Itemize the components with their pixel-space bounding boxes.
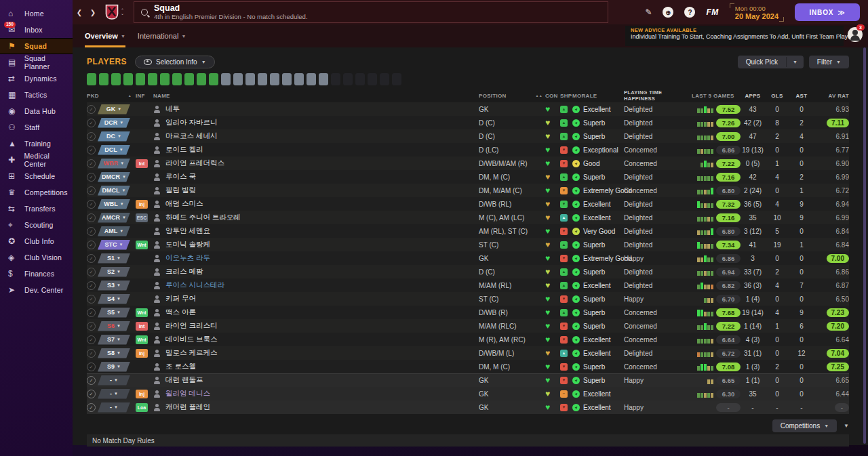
table-row[interactable]: ✓ S1▼ 이오누츠 라두 GK ♥ ►Extremely Good Happy…	[87, 251, 849, 265]
pkd-badge[interactable]: DC▼	[98, 131, 130, 142]
position-filter-gk[interactable]	[87, 73, 96, 85]
pkd-badge[interactable]: S9▼	[98, 362, 130, 372]
position-filter-s13[interactable]	[368, 73, 377, 85]
header-name[interactable]: NAME	[153, 93, 479, 99]
row-check-icon[interactable]: ✓	[87, 241, 96, 249]
table-row[interactable]: ✓ S5▼ Wnt 맥스 아론 D/WB (R) ♥ ►Superb Conce…	[87, 306, 849, 319]
table-row[interactable]: ✓ -▼ Loa 캐머런 플레인 GK ♥ ►Excellent Happy -…	[87, 400, 849, 414]
position-filter-s12[interactable]	[355, 73, 365, 85]
pkd-badge[interactable]: S4▼	[98, 294, 130, 304]
row-check-icon[interactable]: ✓	[87, 132, 96, 141]
position-filter-dmcr[interactable]	[148, 73, 157, 85]
header-pkd[interactable]: PKD▲	[87, 93, 136, 99]
position-filter-dcr[interactable]	[99, 73, 108, 85]
table-row[interactable]: ✓ DCL▼ 로이드 켈리 D (LC) ♥ ►Exceptional Conc…	[87, 143, 849, 157]
sidebar-item-finances[interactable]: $ Finances	[0, 266, 73, 282]
fm-logo[interactable]: FM	[706, 7, 718, 17]
player-name[interactable]: 밀로스 케르케스	[165, 348, 217, 358]
sidebar-item-inbox[interactable]: ✉150 Inbox	[0, 22, 73, 38]
game-date[interactable]: Mon 00:00 20 May 2024	[730, 3, 784, 22]
row-check-icon[interactable]: ✓	[87, 186, 96, 195]
pkd-badge[interactable]: S6▼	[98, 321, 130, 331]
pkd-badge[interactable]: DCR▼	[98, 118, 130, 128]
position-filter-s10[interactable]	[331, 73, 340, 85]
player-name[interactable]: 루이스 시니스테라	[165, 281, 224, 290]
quick-pick-button[interactable]: Quick Pick ▼	[738, 56, 804, 68]
header-condition[interactable]: CON	[545, 93, 560, 99]
sidebar-item-dev-center[interactable]: ➤ Dev. Center	[0, 282, 73, 298]
table-row[interactable]: ✓ DMCR▼ 루이스 쿡 DM, M (C) ♥ ►Superb Deligh…	[87, 170, 849, 184]
pkd-badge[interactable]: S3▼	[98, 281, 130, 291]
player-name[interactable]: 라이언 프레더릭스	[165, 159, 224, 168]
player-name[interactable]: 앙투안 세멘요	[165, 226, 210, 236]
row-check-icon[interactable]: ✓	[87, 119, 96, 127]
position-filter-s5[interactable]	[270, 73, 279, 85]
selection-info-button[interactable]: Selection Info ▼	[135, 56, 215, 68]
pkd-badge[interactable]: STC▼	[98, 240, 130, 250]
table-row[interactable]: ✓ -▼ Inj 윌리엄 데니스 GK ♥ ►Excellent 6.30 35…	[87, 387, 849, 400]
world-news-icon[interactable]: ⊕	[663, 7, 673, 18]
row-check-icon[interactable]: ✓	[87, 390, 96, 398]
player-name[interactable]: 맥스 아론	[165, 308, 196, 317]
position-filter-wbr[interactable]	[136, 73, 145, 85]
pkd-badge[interactable]: GK▼	[98, 104, 130, 115]
table-row[interactable]: ✓ WBR▼ Int 라이언 프레더릭스 D/WB/M/AM (R) ♥ ►Go…	[87, 157, 849, 170]
sidebar-item-schedule[interactable]: ⊞ Schedule	[0, 168, 73, 184]
nav-back-icon[interactable]: ❮	[73, 9, 86, 16]
position-filter-s14[interactable]	[380, 73, 389, 85]
position-filter-dmcl[interactable]	[160, 73, 170, 85]
position-filter-s6[interactable]	[282, 73, 292, 85]
tab-international[interactable]: International▼	[138, 24, 186, 47]
pkd-badge[interactable]: WBL▼	[98, 199, 130, 209]
table-row[interactable]: ✓ AMCR▼ ESC 하메드 주니어 트라오레 M (C), AM (LC) …	[87, 211, 849, 224]
player-name[interactable]: 루이스 쿡	[165, 172, 196, 182]
sidebar-item-squad[interactable]: ⚑ Squad	[0, 38, 73, 54]
pkd-badge[interactable]: -▼	[98, 389, 130, 399]
sidebar-item-squad-planner[interactable]: ▤ Squad Planner	[0, 54, 73, 70]
row-check-icon[interactable]: ✓	[87, 254, 96, 263]
row-check-icon[interactable]: ✓	[87, 105, 96, 114]
row-check-icon[interactable]: ✓	[87, 173, 96, 182]
player-name[interactable]: 키퍼 무어	[165, 294, 196, 304]
player-name[interactable]: 애덤 스미스	[165, 199, 203, 209]
table-row[interactable]: ✓ S8▼ Inj 밀로스 케르케스 D/WB/M (L) ♥ ►Excelle…	[87, 346, 849, 360]
row-check-icon[interactable]: ✓	[87, 403, 96, 412]
row-check-icon[interactable]: ✓	[87, 308, 96, 317]
row-check-icon[interactable]: ✓	[87, 349, 96, 358]
search-icon[interactable]	[141, 9, 148, 16]
assistant-avatar[interactable]: 3	[848, 27, 863, 42]
row-check-icon[interactable]: ✓	[87, 200, 96, 209]
sidebar-item-dynamics[interactable]: ⇄ Dynamics	[0, 70, 73, 87]
player-name[interactable]: 캐머런 플레인	[165, 402, 210, 412]
pkd-badge[interactable]: DCL▼	[98, 145, 130, 155]
sidebar-item-medical-center[interactable]: ✚ Medical Center	[0, 152, 73, 168]
player-name[interactable]: 마르코스 세네시	[165, 131, 217, 141]
table-row[interactable]: ✓ S7▼ Wnt 데이비드 브룩스 M (R), AM (RC) ♥ ►Exc…	[87, 333, 849, 346]
player-name[interactable]: 도미닉 솔랑케	[165, 240, 210, 249]
table-row[interactable]: ✓ DMCL▼ 필립 빌링 DM, M/AM (C) ♥ ►Extremely …	[87, 184, 849, 197]
row-check-icon[interactable]: ✓	[87, 227, 96, 236]
row-check-icon[interactable]: ✓	[87, 322, 96, 331]
table-row[interactable]: ✓ S4▼ 키퍼 무어 ST (C) ♥ ►Superb Happy 6.70 …	[87, 292, 849, 306]
help-icon[interactable]: ?	[684, 7, 695, 18]
header-inf[interactable]: INF	[136, 93, 153, 99]
position-filter-dcl[interactable]	[123, 73, 133, 85]
table-row[interactable]: ✓ GK▼ 네투 GK ♥ ►Excellent Delighted 7.52 …	[87, 102, 849, 116]
table-row[interactable]: ✓ AML▼ 앙투안 세멘요 AM (RL), ST (C) ♥ ►Very G…	[87, 224, 849, 238]
row-check-icon[interactable]: ✓	[87, 295, 96, 304]
sidebar-item-training[interactable]: ▲ Training	[0, 136, 73, 152]
sidebar-item-home[interactable]: ⌂ Home	[0, 5, 73, 22]
header-morale[interactable]: MORALE	[572, 93, 624, 99]
player-name[interactable]: 로이드 켈리	[165, 145, 203, 154]
position-filter-amcr[interactable]	[184, 73, 194, 85]
nav-forward-icon[interactable]: ❯	[86, 9, 100, 16]
vertical-scrollbar[interactable]	[863, 47, 866, 444]
sidebar-item-competitions[interactable]: ♛ Competitions	[0, 184, 73, 201]
row-check-icon[interactable]: ✓	[87, 376, 96, 385]
header-sharpness[interactable]: SHP	[560, 93, 572, 99]
table-row[interactable]: ✓ STC▼ Wnt 도미닉 솔랑케 ST (C) ♥ ►Superb Deli…	[87, 238, 849, 251]
table-row[interactable]: ✓ DCR▼ 일리아 자바르니 D (C) ♥ ►Superb Delighte…	[87, 116, 849, 129]
header-last5[interactable]: LAST 5 GAMES	[692, 93, 741, 99]
header-ast[interactable]: AST	[789, 93, 814, 99]
position-filter-dc[interactable]	[111, 73, 121, 85]
